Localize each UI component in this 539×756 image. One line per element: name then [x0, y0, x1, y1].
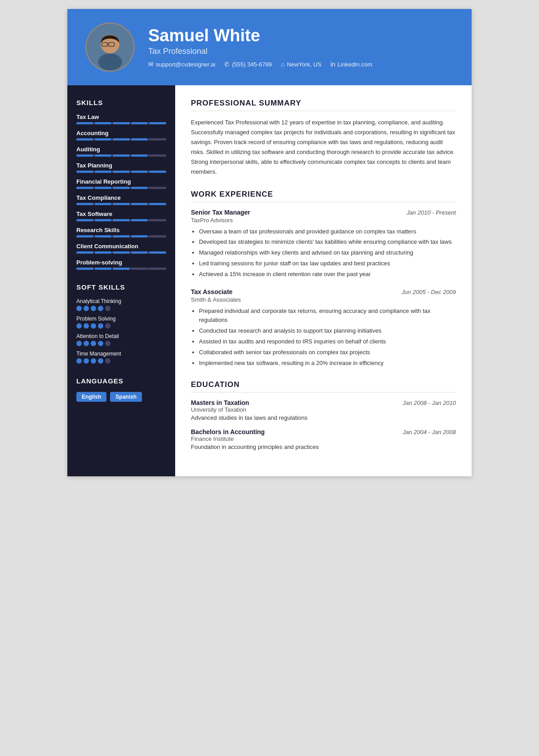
- linkedin-icon: in: [331, 61, 336, 68]
- skill-bar-filled-segment: [131, 203, 148, 205]
- skill-bar-filled-segment: [76, 235, 93, 237]
- skill-bar-filled-segment: [95, 235, 112, 237]
- skills-title: SKILLS: [76, 99, 166, 106]
- job-bullet: Collaborated with senior tax professiona…: [199, 348, 456, 357]
- dot-filled: [91, 306, 96, 311]
- job-bullets: Oversaw a team of tax professionals and …: [191, 227, 456, 279]
- skill-item: Problem-solving: [76, 259, 166, 270]
- header: Samuel White Tax Professional ✉ support@…: [67, 9, 472, 85]
- soft-skill-dots: [76, 341, 166, 346]
- skill-name: Tax Compliance: [76, 194, 166, 201]
- sidebar: SKILLS Tax LawAccountingAuditingTax Plan…: [67, 85, 175, 476]
- skill-bar-filled-segment: [76, 219, 93, 221]
- soft-skills-list: Analytical ThinkingProblem SolvingAttent…: [76, 298, 166, 364]
- skill-bar-filled-segment: [113, 138, 130, 141]
- contact-linkedin: in LinkedIn.com: [331, 61, 372, 68]
- skill-bar: [76, 268, 166, 270]
- skill-bar-filled-segment: [76, 268, 93, 270]
- dot-empty: [105, 306, 110, 311]
- job-title: Tax Associate: [191, 288, 233, 295]
- soft-skill-name: Analytical Thinking: [76, 298, 166, 304]
- skill-bar: [76, 219, 166, 221]
- education-item: Masters in TaxationJan 2008 - Jan 2010Un…: [191, 399, 456, 421]
- dot-filled: [91, 341, 96, 346]
- skill-bar-filled-segment: [76, 251, 93, 254]
- skill-bar-filled-segment: [113, 203, 130, 205]
- soft-skill-dots: [76, 306, 166, 311]
- skill-name: Tax Law: [76, 114, 166, 120]
- job-bullet: Managed relationships with key clients a…: [199, 248, 456, 258]
- email-text: support@cvdesigner.ai: [156, 61, 215, 68]
- skill-bar-filled-segment: [113, 187, 130, 189]
- skill-bar: [76, 171, 166, 173]
- soft-skill-dots: [76, 358, 166, 364]
- soft-skill-item: Problem Solving: [76, 316, 166, 329]
- phone-icon: ✆: [224, 61, 230, 68]
- skill-bar-empty-segment: [131, 268, 148, 270]
- education-section: EDUCATION Masters in TaxationJan 2008 - …: [191, 380, 456, 450]
- dot-empty: [105, 323, 110, 329]
- dot-filled: [98, 341, 103, 346]
- skill-item: Tax Planning: [76, 162, 166, 173]
- skill-item: Tax Law: [76, 114, 166, 124]
- summary-text: Experienced Tax Professional with 12 yea…: [191, 118, 456, 177]
- edu-header: Bachelors in AccountingJan 2004 - Jan 20…: [191, 428, 456, 435]
- job-bullet: Implemented new tax software, resulting …: [199, 359, 456, 368]
- skill-bar-filled-segment: [76, 171, 93, 173]
- skill-bar-filled-segment: [113, 219, 130, 221]
- dot-empty: [105, 341, 110, 346]
- skill-bar-filled-segment: [76, 154, 93, 157]
- dot-filled: [84, 341, 89, 346]
- job-bullet: Assisted in tax audits and responded to …: [199, 337, 456, 347]
- linkedin-text: LinkedIn.com: [338, 61, 372, 68]
- edu-dates: Jan 2008 - Jan 2010: [402, 400, 456, 406]
- soft-skill-name: Attention to Detail: [76, 333, 166, 339]
- job-company: Smith & Associates: [191, 296, 456, 303]
- job-bullet: Conducted tax research and analysis to s…: [199, 326, 456, 336]
- skill-bar-empty-segment: [149, 187, 166, 189]
- skill-item: Auditing: [76, 146, 166, 157]
- languages-section: LANGUAGES EnglishSpanish: [76, 377, 166, 402]
- svg-point-1: [98, 53, 122, 70]
- skill-item: Client Communication: [76, 243, 166, 254]
- job-dates: Jun 2005 - Dec 2009: [402, 289, 456, 295]
- dot-filled: [76, 323, 82, 329]
- job-header: Tax AssociateJun 2005 - Dec 2009: [191, 288, 456, 295]
- skill-bar: [76, 203, 166, 205]
- job-header: Senior Tax ManagerJan 2010 - Present: [191, 209, 456, 216]
- header-contacts: ✉ support@cvdesigner.ai ✆ (555) 345-6789…: [148, 61, 372, 68]
- education-list: Masters in TaxationJan 2008 - Jan 2010Un…: [191, 399, 456, 450]
- skill-name: Accounting: [76, 130, 166, 136]
- email-icon: ✉: [148, 61, 154, 68]
- soft-skills-section: SOFT SKILLS Analytical ThinkingProblem S…: [76, 283, 166, 364]
- skill-bar-filled-segment: [95, 268, 112, 270]
- skill-bar-filled-segment: [131, 171, 148, 173]
- skill-name: Auditing: [76, 146, 166, 153]
- edu-school: Finance Institute: [191, 435, 456, 442]
- skill-bar-filled-segment: [76, 203, 93, 205]
- dot-filled: [91, 323, 96, 329]
- edu-school: University of Taxation: [191, 406, 456, 413]
- edu-header: Masters in TaxationJan 2008 - Jan 2010: [191, 399, 456, 406]
- job-bullets: Prepared individual and corporate tax re…: [191, 307, 456, 368]
- dot-filled: [98, 306, 103, 311]
- main-content: PROFESSIONAL SUMMARY Experienced Tax Pro…: [175, 85, 472, 476]
- skills-section: SKILLS Tax LawAccountingAuditingTax Plan…: [76, 99, 166, 270]
- dot-filled: [76, 358, 82, 364]
- contact-location: ⌂ NewYork, US: [281, 61, 321, 68]
- skill-item: Research Skills: [76, 227, 166, 237]
- job-bullet: Achieved a 15% increase in client retent…: [199, 270, 456, 279]
- skill-name: Tax Software: [76, 211, 166, 217]
- job-title: Senior Tax Manager: [191, 209, 250, 216]
- skill-bar-filled-segment: [95, 203, 112, 205]
- job-dates: Jan 2010 - Present: [406, 209, 456, 216]
- location-icon: ⌂: [281, 61, 284, 68]
- skill-bar: [76, 138, 166, 141]
- skills-list: Tax LawAccountingAuditingTax PlanningFin…: [76, 114, 166, 270]
- skill-bar-filled-segment: [95, 154, 112, 157]
- skill-bar: [76, 251, 166, 254]
- job-item: Tax AssociateJun 2005 - Dec 2009Smith & …: [191, 288, 456, 368]
- languages-title: LANGUAGES: [76, 377, 166, 385]
- skill-item: Accounting: [76, 130, 166, 141]
- phone-text: (555) 345-6789: [232, 61, 272, 68]
